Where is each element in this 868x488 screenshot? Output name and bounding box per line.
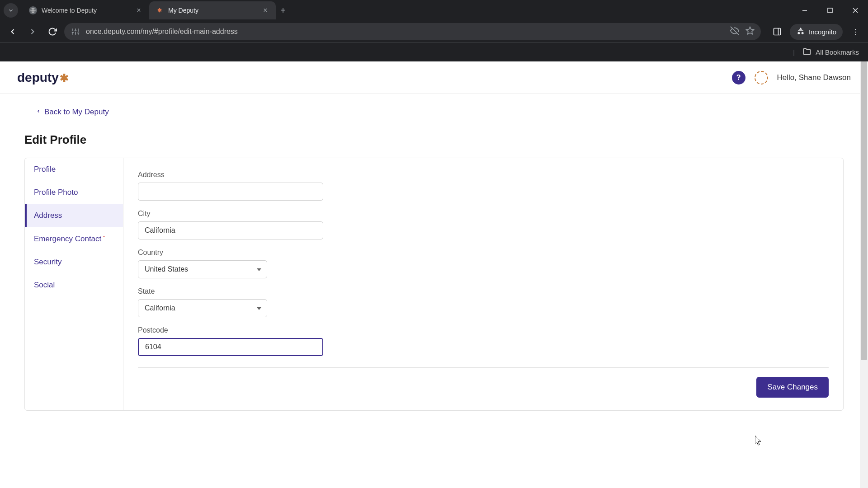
tab-welcome[interactable]: Welcome to Deputy × bbox=[23, 1, 149, 19]
postcode-label: Postcode bbox=[138, 326, 829, 334]
save-changes-button[interactable]: Save Changes bbox=[756, 377, 829, 398]
bookmark-star-icon[interactable] bbox=[745, 26, 755, 37]
incognito-label: Incognito bbox=[809, 28, 836, 36]
all-bookmarks-link[interactable]: All Bookmarks bbox=[816, 48, 859, 56]
bookmarks-bar: | All Bookmarks bbox=[0, 42, 868, 61]
greeting-text: Hello, Shane Dawson bbox=[777, 73, 851, 82]
address-form: Address City Country United States State… bbox=[123, 158, 843, 410]
page-title: Edit Profile bbox=[24, 133, 844, 147]
chevron-left-icon bbox=[36, 108, 41, 117]
sidebar-item-security[interactable]: Security bbox=[25, 251, 123, 274]
folder-icon bbox=[803, 47, 811, 57]
app-header: deputy✱ ? Hello, Shane Dawson bbox=[0, 61, 868, 94]
svg-marker-16 bbox=[746, 27, 754, 34]
country-label: Country bbox=[138, 249, 829, 257]
state-select[interactable]: California bbox=[138, 299, 267, 317]
sidebar-item-profile-photo[interactable]: Profile Photo bbox=[25, 181, 123, 204]
sidebar-item-profile[interactable]: Profile bbox=[25, 158, 123, 181]
avatar[interactable] bbox=[755, 71, 768, 84]
scrollbar[interactable] bbox=[860, 61, 868, 488]
cursor-icon bbox=[755, 436, 763, 446]
profile-panel: Profile Profile Photo Address Emergency … bbox=[24, 158, 844, 411]
reload-button[interactable] bbox=[44, 23, 61, 40]
eye-off-icon[interactable] bbox=[730, 26, 739, 37]
tab-bar: Welcome to Deputy × ✱ My Deputy × + bbox=[0, 0, 868, 21]
sidebar-item-emergency[interactable]: Emergency Contact• bbox=[25, 227, 123, 251]
help-button[interactable]: ? bbox=[732, 71, 745, 84]
city-input[interactable] bbox=[138, 221, 323, 239]
close-window-button[interactable] bbox=[843, 0, 868, 21]
url-text: once.deputy.com/my/#profile/edit-main-ad… bbox=[86, 28, 725, 36]
badge-icon: • bbox=[103, 234, 105, 239]
city-label: City bbox=[138, 210, 829, 218]
side-panel-icon[interactable] bbox=[769, 23, 785, 40]
maximize-button[interactable] bbox=[817, 0, 843, 21]
address-input[interactable] bbox=[138, 183, 323, 201]
state-label: State bbox=[138, 287, 829, 296]
browser-menu-button[interactable]: ⋮ bbox=[847, 23, 863, 40]
tab-title: Welcome to Deputy bbox=[42, 7, 135, 14]
postcode-input[interactable] bbox=[138, 338, 323, 356]
svg-rect-3 bbox=[828, 8, 832, 13]
tab-title: My Deputy bbox=[168, 7, 261, 14]
back-button[interactable] bbox=[5, 23, 21, 40]
globe-icon bbox=[29, 6, 37, 14]
site-settings-icon[interactable] bbox=[71, 27, 80, 37]
page-viewport: deputy✱ ? Hello, Shane Dawson Back to My… bbox=[0, 61, 868, 488]
deputy-logo[interactable]: deputy✱ bbox=[17, 70, 69, 85]
deputy-favicon-icon: ✱ bbox=[156, 6, 164, 14]
minimize-button[interactable] bbox=[792, 0, 817, 21]
country-select[interactable]: United States bbox=[138, 260, 267, 278]
new-tab-button[interactable]: + bbox=[276, 3, 290, 18]
sidebar-item-address[interactable]: Address bbox=[25, 204, 123, 227]
tab-search-button[interactable] bbox=[4, 3, 18, 18]
incognito-icon bbox=[796, 27, 805, 37]
back-to-deputy-link[interactable]: Back to My Deputy bbox=[36, 108, 109, 117]
profile-sidebar: Profile Profile Photo Address Emergency … bbox=[25, 158, 123, 410]
svg-rect-17 bbox=[774, 28, 781, 35]
url-box[interactable]: once.deputy.com/my/#profile/edit-main-ad… bbox=[64, 23, 761, 40]
address-label: Address bbox=[138, 171, 829, 179]
forward-button[interactable] bbox=[24, 23, 41, 40]
asterisk-icon: ✱ bbox=[60, 72, 69, 84]
address-bar: once.deputy.com/my/#profile/edit-main-ad… bbox=[0, 21, 868, 42]
sidebar-item-social[interactable]: Social bbox=[25, 274, 123, 297]
close-icon[interactable]: × bbox=[261, 6, 269, 14]
close-icon[interactable]: × bbox=[135, 6, 143, 14]
tab-mydeputy[interactable]: ✱ My Deputy × bbox=[149, 1, 276, 19]
incognito-indicator[interactable]: Incognito bbox=[790, 24, 843, 40]
